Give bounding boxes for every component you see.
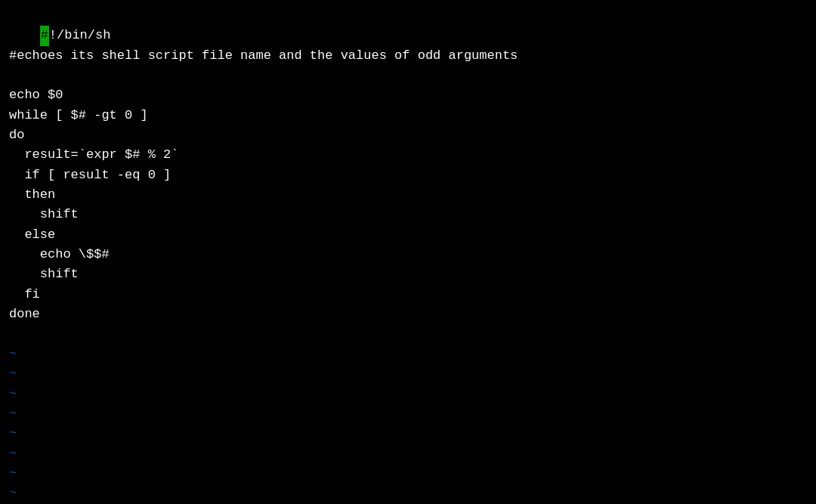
tilde-block: ~ ~ ~ ~ ~ ~ ~ ~ ~ — [9, 345, 807, 504]
code-content: #!/bin/sh #echoes its shell script file … — [9, 6, 807, 345]
tilde-2: ~ — [9, 364, 807, 384]
tilde-3: ~ — [9, 385, 807, 404]
tilde-8: ~ — [9, 484, 807, 503]
tilde-4: ~ — [9, 404, 807, 424]
tilde-5: ~ — [9, 424, 807, 444]
terminal-window: #!/bin/sh #echoes its shell script file … — [0, 0, 816, 504]
cursor: # — [40, 26, 49, 45]
tilde-1: ~ — [9, 345, 807, 364]
tilde-6: ~ — [9, 444, 807, 464]
tilde-7: ~ — [9, 464, 807, 484]
line-shebang: #!/bin/sh #echoes its shell script file … — [9, 28, 518, 321]
